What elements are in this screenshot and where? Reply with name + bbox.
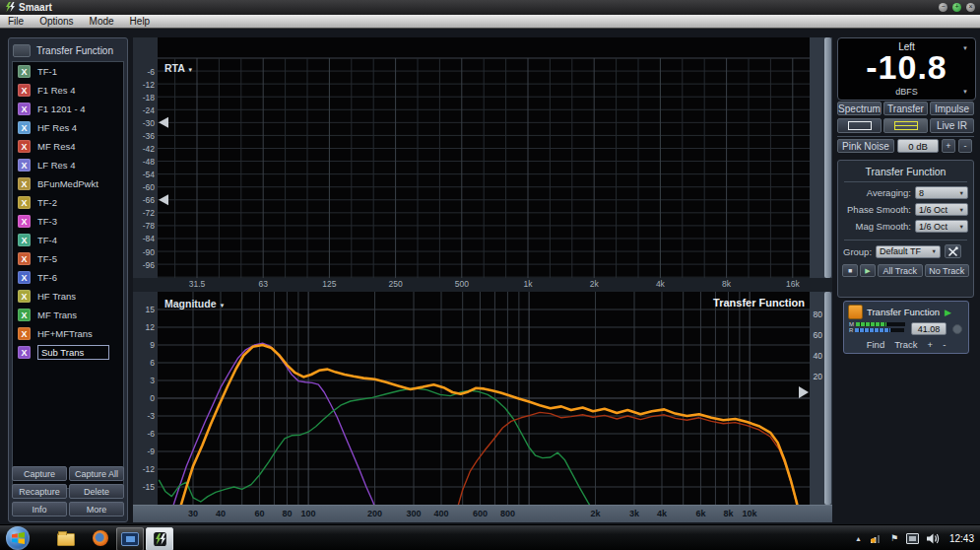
tab-transfer[interactable]: Transfer (883, 102, 928, 115)
menu-file[interactable]: File (8, 16, 24, 27)
input-level-marker[interactable] (159, 194, 168, 205)
minimize-button[interactable]: − (939, 3, 947, 12)
action-center-flag-icon[interactable]: ⚑ (890, 533, 898, 543)
trace-label: MF Trans (37, 309, 77, 320)
capture-button[interactable]: Capture (12, 466, 67, 481)
more-button[interactable]: More (69, 502, 124, 516)
trace-visibility-toggle[interactable]: X (18, 121, 31, 134)
rta-plot[interactable] (158, 37, 810, 278)
tab-impulse[interactable]: Impulse (930, 102, 974, 115)
trace-visibility-toggle[interactable]: X (18, 65, 31, 78)
trace-visibility-toggle[interactable]: X (18, 159, 31, 172)
speaker-icon[interactable] (927, 533, 940, 544)
firefox-icon[interactable] (93, 530, 108, 546)
group-select[interactable]: Default TF▼ (876, 245, 941, 258)
trace-item[interactable]: XTF-3 (13, 212, 123, 231)
network-status-icon[interactable] (870, 533, 882, 543)
single-pane-button[interactable] (837, 118, 882, 133)
trace-visibility-toggle[interactable]: X (18, 309, 31, 321)
play-button[interactable]: ▶ (860, 264, 876, 277)
tray-expand-icon[interactable]: ▲ (855, 535, 862, 542)
trace-visibility-toggle[interactable]: X (18, 84, 31, 97)
trace-visibility-toggle[interactable]: X (18, 103, 31, 115)
rta-scrollbar[interactable] (810, 37, 832, 278)
trace-visibility-toggle[interactable]: X (18, 177, 31, 190)
cursor-marker[interactable] (799, 386, 809, 398)
menu-options[interactable]: Options (39, 16, 73, 27)
trace-rename-input[interactable]: Sub Trans (37, 345, 109, 360)
find-button[interactable]: Find (867, 339, 884, 350)
axis-tick-label: 3k (620, 509, 649, 518)
recapture-button[interactable]: Recapture (12, 484, 67, 499)
trace-item[interactable]: XHF Res 4 (13, 118, 123, 137)
level-down-button[interactable]: - (958, 139, 972, 153)
trace-color-swatch[interactable] (848, 305, 863, 319)
menu-mode[interactable]: Mode (90, 16, 114, 27)
trace-item[interactable]: XSub Trans (13, 343, 123, 362)
delay-plus-button[interactable]: + (928, 339, 934, 350)
trace-item[interactable]: XF1 Res 4 (13, 81, 123, 100)
delay-minus-button[interactable]: - (943, 339, 946, 350)
axis-tick-label: -78 (133, 221, 155, 231)
all-track-button[interactable]: All Track (878, 264, 923, 277)
trace-visibility-toggle[interactable]: X (18, 140, 31, 153)
delete-button[interactable]: Delete (69, 484, 124, 499)
phase-smooth-select[interactable]: 1/6 Oct▼ (915, 203, 968, 216)
mag-smooth-select[interactable]: 1/6 Oct▼ (915, 220, 968, 233)
rta-scroll-thumb[interactable] (824, 37, 831, 278)
axis-tick-label: -36 (133, 131, 155, 141)
trace-item[interactable]: XHF Trans (13, 287, 123, 306)
pink-noise-button[interactable]: Pink Noise (837, 139, 894, 153)
unit-dropdown-icon[interactable]: ▼ (962, 89, 968, 95)
trace-item[interactable]: XBFunMedPwkt (13, 174, 123, 193)
trace-item[interactable]: XTF-2 (13, 193, 123, 212)
trace-item[interactable]: XMF Res4 (13, 137, 123, 156)
trace-visibility-toggle[interactable]: X (18, 234, 31, 246)
trace-panel-toggle-button[interactable] (13, 44, 31, 57)
menu-help[interactable]: Help (130, 16, 151, 27)
track-button[interactable]: Track (894, 339, 917, 350)
trace-list[interactable]: XTF-1XF1 Res 4XF1 1201 - 4XHF Res 4XMF R… (12, 61, 124, 489)
trace-item[interactable]: XTF-6 (13, 268, 123, 287)
trace-visibility-toggle[interactable]: X (18, 196, 31, 209)
level-up-button[interactable]: + (942, 139, 955, 153)
trace-item[interactable]: XTF-5 (13, 249, 123, 268)
trace-visibility-toggle[interactable]: X (18, 215, 31, 228)
magnitude-plot-type-menu[interactable]: Magnitude ▼ (164, 298, 225, 309)
trace-item[interactable]: XF1 1201 - 4 (13, 100, 123, 118)
trace-item[interactable]: XHF+MFTrans (13, 324, 123, 343)
trace-visibility-toggle[interactable]: X (18, 346, 31, 359)
trace-item[interactable]: XLF Res 4 (13, 156, 123, 174)
trace-visibility-toggle[interactable]: X (18, 252, 31, 265)
dropdown-arrow-icon: ▼ (959, 224, 964, 230)
rta-plot-type-menu[interactable]: RTA ▼ (164, 62, 193, 74)
input-level-meter[interactable]: Left ▼ -10.8 dBFS ▼ (837, 37, 976, 101)
title-bar[interactable]: Smaart − + × (0, 0, 980, 15)
capture-all-button[interactable]: Capture All (69, 466, 124, 481)
trace-item[interactable]: XMF Trans (13, 306, 123, 324)
live-ir-button[interactable]: Live IR (930, 118, 974, 133)
tab-spectrum[interactable]: Spectrum (837, 102, 882, 115)
input-level-marker[interactable] (159, 117, 168, 128)
magnitude-scroll-thumb[interactable] (824, 292, 831, 505)
two-pane-button[interactable] (883, 118, 928, 133)
trace-visibility-toggle[interactable]: X (18, 271, 31, 284)
trace-visibility-toggle[interactable]: X (18, 290, 31, 303)
no-track-button[interactable]: No Track (925, 264, 970, 277)
start-button[interactable] (6, 526, 30, 550)
explorer-icon[interactable] (57, 533, 75, 546)
stop-button[interactable]: ■ (842, 264, 858, 277)
trace-item[interactable]: XTF-1 (13, 62, 123, 81)
remote-app-taskbar-button[interactable] (116, 527, 144, 550)
info-button[interactable]: Info (12, 502, 67, 516)
trace-visibility-toggle[interactable]: X (18, 327, 31, 340)
live-trace-strip[interactable]: Transfer Function ▶ M R 41.08 Find Track… (843, 301, 969, 354)
magnitude-plot[interactable] (158, 292, 810, 505)
group-settings-button[interactable] (945, 244, 961, 258)
averaging-select[interactable]: 8▼ (915, 186, 968, 199)
display-settings-icon[interactable] (906, 533, 919, 544)
maximize-button[interactable]: + (952, 3, 961, 12)
smaart-taskbar-button[interactable] (146, 527, 173, 550)
close-button[interactable]: × (966, 3, 975, 12)
trace-item[interactable]: XTF-4 (13, 231, 123, 249)
